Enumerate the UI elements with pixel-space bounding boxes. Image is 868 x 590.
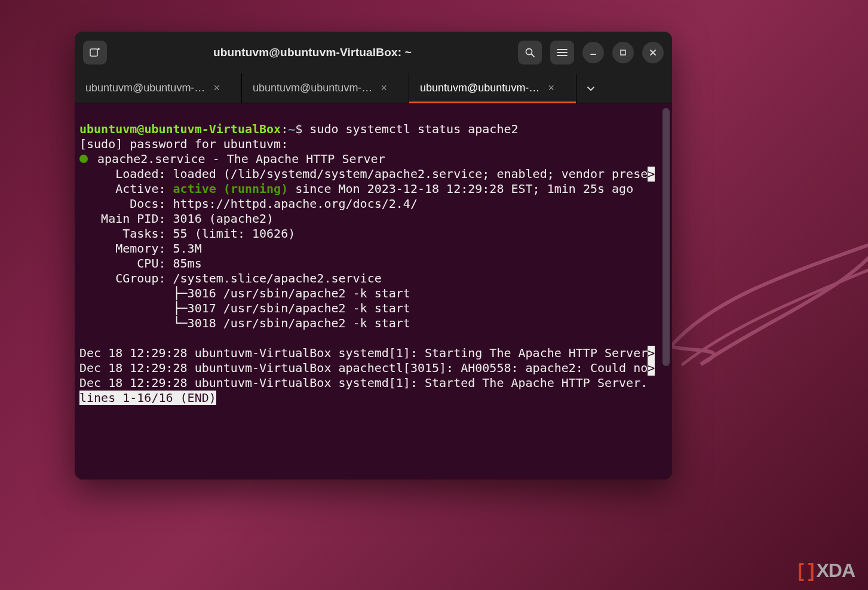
prompt-path: ~	[288, 122, 295, 136]
process-line: ├─3017 /usr/sbin/apache2 -k start	[79, 301, 410, 315]
watermark-text: XDA	[816, 560, 855, 582]
svg-line-4	[532, 54, 535, 57]
log-line: Dec 18 12:29:28 ubuntuvm-VirtualBox apac…	[79, 361, 648, 375]
terminal-viewport[interactable]: ubuntuvm@ubuntuvm-VirtualBox:~$ sudo sys…	[75, 103, 672, 480]
loaded-line: Loaded: loaded (/lib/systemd/system/apac…	[79, 167, 648, 181]
hamburger-icon	[557, 48, 568, 57]
wallpaper-accent	[665, 227, 868, 382]
new-tab-icon	[89, 47, 101, 59]
service-header: apache2.service - The Apache HTTP Server	[90, 152, 385, 166]
process-line: └─3018 /usr/sbin/apache2 -k start	[79, 316, 410, 330]
terminal-scrollbar[interactable]	[662, 108, 670, 366]
tasks-line: Tasks: 55 (limit: 10626)	[79, 226, 295, 241]
main-pid-line: Main PID: 3016 (apache2)	[79, 211, 274, 226]
command-text: sudo systemctl status apache2	[309, 122, 518, 136]
log-line: Dec 18 12:29:28 ubuntuvm-VirtualBox syst…	[79, 346, 648, 360]
minimize-button[interactable]	[582, 42, 604, 63]
tab-1[interactable]: ubuntuvm@ubuntuvm-… ×	[242, 73, 409, 103]
tab-overflow-button[interactable]	[576, 73, 605, 103]
docs-line: Docs: https://httpd.apache.org/docs/2.4/	[79, 196, 418, 211]
active-status: active (running)	[173, 182, 289, 196]
minimize-icon	[589, 48, 597, 57]
chevron-down-icon	[586, 84, 596, 93]
new-tab-button[interactable]	[83, 41, 107, 64]
watermark: [ ] XDA	[798, 560, 855, 582]
memory-line: Memory: 5.3M	[79, 241, 202, 256]
titlebar: ubuntuvm@ubuntuvm-VirtualBox: ~	[75, 32, 672, 73]
tab-label: ubuntuvm@ubuntuvm-…	[85, 82, 205, 94]
svg-rect-9	[621, 50, 625, 55]
terminal-window: ubuntuvm@ubuntuvm-VirtualBox: ~ ubuntuvm…	[75, 32, 672, 480]
truncation-marker: >	[648, 167, 655, 182]
search-icon	[525, 47, 535, 58]
tab-bar: ubuntuvm@ubuntuvm-… × ubuntuvm@ubuntuvm-…	[75, 73, 672, 103]
hamburger-menu-button[interactable]	[550, 41, 574, 64]
tab-label: ubuntuvm@ubuntuvm-…	[253, 82, 372, 94]
close-button[interactable]	[642, 42, 664, 63]
close-icon	[649, 48, 657, 57]
maximize-button[interactable]	[612, 42, 634, 63]
status-dot-icon	[79, 155, 88, 163]
cpu-line: CPU: 85ms	[79, 256, 202, 271]
tab-close-button[interactable]: ×	[213, 82, 220, 94]
prompt-host: ubuntuvm-VirtualBox	[144, 122, 281, 136]
svg-rect-0	[90, 49, 97, 56]
cgroup-line: CGroup: /system.slice/apache2.service	[79, 271, 382, 285]
tab-close-button[interactable]: ×	[381, 82, 387, 94]
terminal-text: ubuntuvm@ubuntuvm-VirtualBox:~$ sudo sys…	[75, 103, 672, 480]
log-line: Dec 18 12:29:28 ubuntuvm-VirtualBox syst…	[79, 376, 648, 390]
process-line: ├─3016 /usr/sbin/apache2 -k start	[79, 286, 410, 300]
tab-close-button[interactable]: ×	[548, 82, 554, 94]
prompt-user: ubuntuvm	[79, 122, 137, 136]
tab-label: ubuntuvm@ubuntuvm-…	[420, 82, 539, 94]
sudo-password-prompt: [sudo] password for ubuntuvm:	[79, 137, 288, 151]
watermark-bracket-icon: [ ]	[798, 560, 814, 582]
tab-2[interactable]: ubuntuvm@ubuntuvm-… ×	[409, 73, 576, 103]
window-title: ubuntuvm@ubuntuvm-VirtualBox: ~	[213, 46, 412, 59]
truncation-marker: >	[648, 361, 655, 376]
truncation-marker: >	[648, 346, 655, 361]
pager-status: lines 1-16/16 (END)	[79, 391, 216, 405]
tab-0[interactable]: ubuntuvm@ubuntuvm-… ×	[75, 73, 242, 103]
search-button[interactable]	[518, 41, 542, 64]
maximize-icon	[619, 48, 627, 57]
